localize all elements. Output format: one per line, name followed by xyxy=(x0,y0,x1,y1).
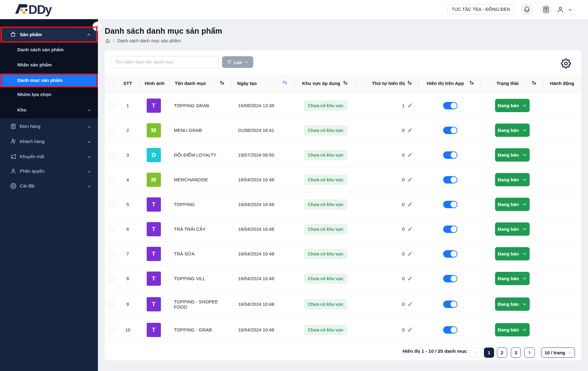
svg-text:DD: DD xyxy=(28,3,45,16)
svg-text:y: y xyxy=(45,3,52,16)
